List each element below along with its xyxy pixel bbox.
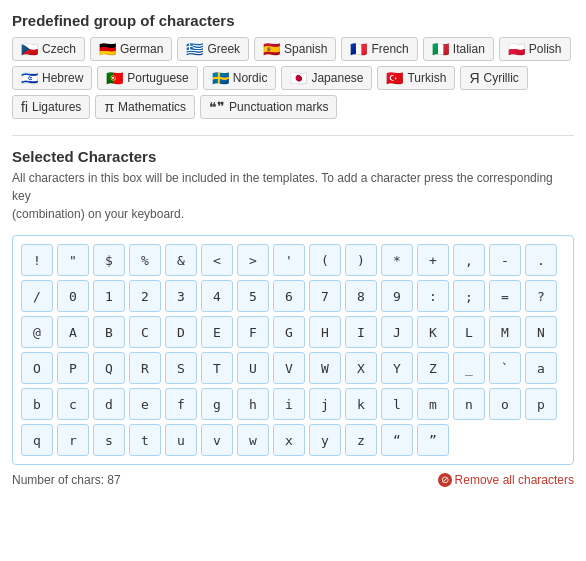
char-cell[interactable]: f: [165, 388, 197, 420]
char-cell[interactable]: g: [201, 388, 233, 420]
char-cell[interactable]: &: [165, 244, 197, 276]
group-btn-punctuation[interactable]: ❝❞Punctuation marks: [200, 95, 337, 119]
char-cell[interactable]: a: [525, 352, 557, 384]
char-cell[interactable]: n: [453, 388, 485, 420]
char-cell[interactable]: .: [525, 244, 557, 276]
char-cell[interactable]: 4: [201, 280, 233, 312]
char-cell[interactable]: `: [489, 352, 521, 384]
group-btn-cyrillic[interactable]: ЯCyrillic: [460, 66, 527, 90]
char-cell[interactable]: 2: [129, 280, 161, 312]
char-cell[interactable]: C: [129, 316, 161, 348]
char-cell[interactable]: I: [345, 316, 377, 348]
char-cell[interactable]: S: [165, 352, 197, 384]
char-cell[interactable]: “: [381, 424, 413, 456]
char-cell[interactable]: W: [309, 352, 341, 384]
char-cell[interactable]: N: [525, 316, 557, 348]
group-btn-ligatures[interactable]: ﬁLigatures: [12, 95, 90, 119]
char-cell[interactable]: s: [93, 424, 125, 456]
char-cell[interactable]: $: [93, 244, 125, 276]
char-cell[interactable]: ;: [453, 280, 485, 312]
char-cell[interactable]: X: [345, 352, 377, 384]
char-cell[interactable]: P: [57, 352, 89, 384]
char-cell[interactable]: b: [21, 388, 53, 420]
char-cell[interactable]: *: [381, 244, 413, 276]
char-cell[interactable]: 8: [345, 280, 377, 312]
char-cell[interactable]: V: [273, 352, 305, 384]
char-cell[interactable]: T: [201, 352, 233, 384]
char-cell[interactable]: ”: [417, 424, 449, 456]
char-cell[interactable]: ,: [453, 244, 485, 276]
char-cell[interactable]: u: [165, 424, 197, 456]
char-cell[interactable]: !: [21, 244, 53, 276]
char-cell[interactable]: O: [21, 352, 53, 384]
char-cell[interactable]: 9: [381, 280, 413, 312]
char-cell[interactable]: H: [309, 316, 341, 348]
group-btn-turkish[interactable]: 🇹🇷Turkish: [377, 66, 455, 90]
char-cell[interactable]: z: [345, 424, 377, 456]
group-btn-polish[interactable]: 🇵🇱Polish: [499, 37, 571, 61]
char-cell[interactable]: >: [237, 244, 269, 276]
char-cell[interactable]: v: [201, 424, 233, 456]
remove-all-button[interactable]: ⊘ Remove all characters: [438, 473, 574, 487]
char-cell[interactable]: i: [273, 388, 305, 420]
char-cell[interactable]: 5: [237, 280, 269, 312]
group-btn-nordic[interactable]: 🇸🇪Nordic: [203, 66, 277, 90]
char-cell[interactable]: A: [57, 316, 89, 348]
char-cell[interactable]: =: [489, 280, 521, 312]
char-cell[interactable]: e: [129, 388, 161, 420]
char-cell[interactable]: Q: [93, 352, 125, 384]
char-cell[interactable]: x: [273, 424, 305, 456]
char-cell[interactable]: L: [453, 316, 485, 348]
char-cell[interactable]: K: [417, 316, 449, 348]
char-cell[interactable]: y: [309, 424, 341, 456]
group-btn-mathematics[interactable]: πMathematics: [95, 95, 195, 119]
char-cell[interactable]: /: [21, 280, 53, 312]
char-cell[interactable]: :: [417, 280, 449, 312]
char-cell[interactable]: Z: [417, 352, 449, 384]
char-cell[interactable]: t: [129, 424, 161, 456]
char-cell[interactable]: m: [417, 388, 449, 420]
char-cell[interactable]: 1: [93, 280, 125, 312]
char-cell[interactable]: ?: [525, 280, 557, 312]
char-cell[interactable]: 3: [165, 280, 197, 312]
group-btn-french[interactable]: 🇫🇷French: [341, 37, 417, 61]
group-btn-hebrew[interactable]: 🇮🇱Hebrew: [12, 66, 92, 90]
char-cell[interactable]: ): [345, 244, 377, 276]
char-cell[interactable]: G: [273, 316, 305, 348]
char-cell[interactable]: ': [273, 244, 305, 276]
char-cell[interactable]: k: [345, 388, 377, 420]
char-cell[interactable]: j: [309, 388, 341, 420]
char-cell[interactable]: 7: [309, 280, 341, 312]
char-cell[interactable]: %: [129, 244, 161, 276]
char-cell[interactable]: @: [21, 316, 53, 348]
char-cell[interactable]: D: [165, 316, 197, 348]
char-cell[interactable]: <: [201, 244, 233, 276]
char-cell[interactable]: 0: [57, 280, 89, 312]
char-cell[interactable]: o: [489, 388, 521, 420]
char-cell[interactable]: q: [21, 424, 53, 456]
char-cell[interactable]: M: [489, 316, 521, 348]
group-btn-spanish[interactable]: 🇪🇸Spanish: [254, 37, 336, 61]
char-cell[interactable]: -: [489, 244, 521, 276]
char-cell[interactable]: E: [201, 316, 233, 348]
char-cell[interactable]: d: [93, 388, 125, 420]
char-cell[interactable]: _: [453, 352, 485, 384]
char-cell[interactable]: w: [237, 424, 269, 456]
group-btn-portuguese[interactable]: 🇵🇹Portuguese: [97, 66, 197, 90]
char-cell[interactable]: R: [129, 352, 161, 384]
group-btn-japanese[interactable]: 🇯🇵Japanese: [281, 66, 372, 90]
char-cell[interactable]: p: [525, 388, 557, 420]
group-btn-german[interactable]: 🇩🇪German: [90, 37, 172, 61]
char-cell[interactable]: F: [237, 316, 269, 348]
group-btn-greek[interactable]: 🇬🇷Greek: [177, 37, 249, 61]
char-cell[interactable]: h: [237, 388, 269, 420]
char-cell[interactable]: r: [57, 424, 89, 456]
char-cell[interactable]: (: [309, 244, 341, 276]
char-cell[interactable]: U: [237, 352, 269, 384]
char-cell[interactable]: +: [417, 244, 449, 276]
char-cell[interactable]: J: [381, 316, 413, 348]
char-cell[interactable]: c: [57, 388, 89, 420]
char-cell[interactable]: Y: [381, 352, 413, 384]
char-cell[interactable]: ": [57, 244, 89, 276]
group-btn-italian[interactable]: 🇮🇹Italian: [423, 37, 494, 61]
